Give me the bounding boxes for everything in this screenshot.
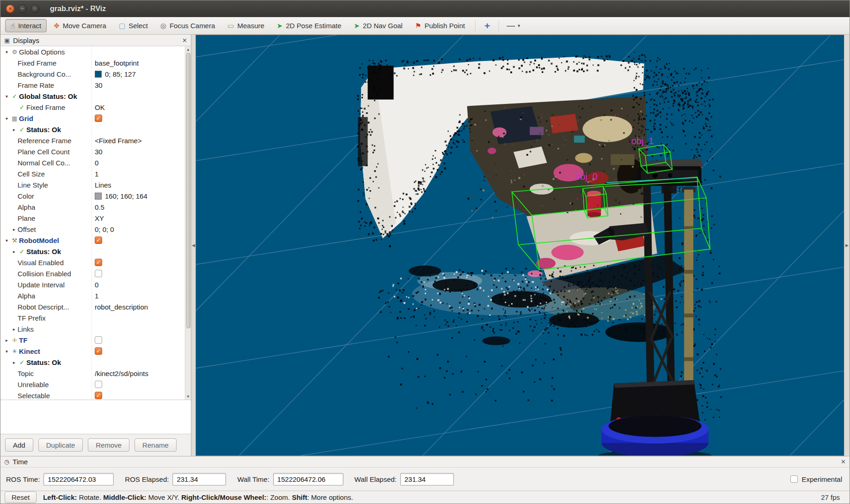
row-name: Cell Size [0, 170, 92, 178]
remove-tool-button[interactable]: —▼ [504, 21, 524, 30]
tree-row[interactable]: ▸Links [0, 323, 185, 334]
tree-row[interactable]: ▾✓Global Status: Ok [0, 91, 185, 102]
rename-button[interactable]: Rename [135, 438, 177, 452]
title-bar[interactable]: ✕ − ▫ grab.rviz* - RViz [0, 0, 850, 17]
displays-panel-header[interactable]: ▣ Displays ✕ [0, 35, 191, 46]
tree-row[interactable]: Fixed Framebase_footprint [0, 57, 185, 68]
checkbox[interactable] [95, 270, 102, 277]
ros-time-input[interactable] [43, 473, 114, 486]
tree-row[interactable]: ▸✓Status: Ok [0, 357, 185, 368]
checkbox[interactable] [95, 381, 102, 388]
tree-row[interactable]: TF Prefix [0, 312, 185, 323]
checkbox[interactable]: ✓ [95, 392, 102, 399]
expander-closed-icon[interactable]: ▸ [11, 360, 18, 365]
tree-row[interactable]: ▸✓Status: Ok [0, 246, 185, 257]
duplicate-button[interactable]: Duplicate [38, 438, 83, 452]
tree-row[interactable]: Line StyleLines [0, 179, 185, 190]
expander-closed-icon[interactable]: ▸ [11, 327, 18, 332]
expander-open-icon[interactable]: ▾ [3, 238, 10, 243]
panel-splitter[interactable]: ◀ [191, 35, 196, 456]
add-button[interactable]: Add [5, 438, 33, 452]
tree-row[interactable]: Selectable✓ [0, 390, 185, 400]
tool-select[interactable]: ▢Select [113, 19, 153, 32]
wall-elapsed-input[interactable] [400, 473, 454, 486]
checkbox[interactable] [95, 336, 102, 344]
tool-2d-pose-estimate[interactable]: ➤2D Pose Estimate [271, 19, 347, 32]
row-value: 30 [92, 146, 185, 157]
minimize-window-button[interactable]: − [18, 5, 27, 13]
time-panel-header[interactable]: ◷ Time ✕ [0, 456, 850, 468]
tree-row[interactable]: Frame Rate30 [0, 79, 185, 91]
tree-row[interactable]: ▸✓Status: Ok [0, 124, 185, 135]
check-icon: ✓ [10, 93, 19, 99]
expander-open-icon[interactable]: ▾ [3, 349, 10, 354]
tree-row[interactable]: Plane Cell Count30 [0, 146, 185, 157]
tree-row[interactable]: Alpha0.5 [0, 201, 185, 213]
tree-row[interactable]: Topic/kinect2/sd/points [0, 368, 185, 379]
tree-scrollbar[interactable]: ▲ ▼ [185, 46, 191, 400]
tree-row[interactable]: Unreliable [0, 379, 185, 390]
row-value: 1 [92, 290, 185, 301]
3d-viewport-canvas[interactable]: obj_0 obj_1 [196, 35, 844, 455]
checkbox[interactable]: ✓ [95, 347, 102, 355]
tree-row[interactable]: Color160; 160; 164 [0, 190, 185, 201]
tool-move-camera[interactable]: ✥Move Camera [48, 19, 112, 32]
row-value: ✓ [92, 113, 185, 124]
remove-button[interactable]: Remove [88, 438, 129, 452]
displays-icon: ▣ [4, 37, 10, 44]
expander-open-icon[interactable]: ▾ [3, 116, 10, 121]
tree-row[interactable]: ▸✛TF [0, 334, 185, 346]
tree-row[interactable]: PlaneXY [0, 213, 185, 224]
row-name: ▸✓Status: Ok [0, 126, 92, 134]
tree-row[interactable]: Collision Enabled [0, 268, 185, 279]
checkbox[interactable]: ✓ [95, 237, 102, 244]
time-close-button[interactable]: ✕ [841, 458, 846, 465]
tree-row[interactable]: Background Co...0; 85; 127 [0, 68, 185, 79]
tree-row[interactable]: ▾⚒RobotModel✓ [0, 235, 185, 246]
expand-right-icon[interactable]: ▶ [845, 243, 849, 248]
tool-2d-nav-goal[interactable]: ➤2D Nav Goal [349, 19, 408, 32]
tree-row[interactable]: Cell Size1 [0, 168, 185, 179]
tool-focus-camera[interactable]: ◎Focus Camera [155, 19, 220, 32]
experimental-checkbox[interactable] [790, 475, 798, 483]
tree-row[interactable]: ▾▦Grid✓ [0, 113, 185, 124]
row-name: ✓Fixed Frame [0, 103, 92, 111]
tree-row[interactable]: Robot Descript...robot_description [0, 301, 185, 312]
row-name: Background Co... [0, 70, 92, 78]
wall-time-input[interactable] [273, 473, 343, 486]
expander-closed-icon[interactable]: ▸ [11, 227, 18, 232]
tree-row[interactable]: Alpha1 [0, 290, 185, 301]
close-window-button[interactable]: ✕ [6, 5, 14, 13]
tree-row[interactable]: ▾✳Kinect✓ [0, 346, 185, 357]
tree-row[interactable]: ▾⚙Global Options [0, 46, 185, 57]
tool-measure[interactable]: ▭Measure [222, 19, 270, 32]
expander-closed-icon[interactable]: ▸ [11, 127, 18, 132]
scroll-down-icon[interactable]: ▼ [186, 393, 190, 400]
add-tool-button[interactable]: + [480, 20, 494, 31]
expander-open-icon[interactable]: ▾ [3, 49, 10, 55]
reset-button[interactable]: Reset [5, 492, 37, 503]
collapse-left-icon[interactable]: ◀ [192, 243, 195, 248]
experimental-toggle[interactable]: Experimental [790, 475, 842, 483]
checkbox[interactable]: ✓ [95, 115, 102, 122]
tree-row[interactable]: Visual Enabled✓ [0, 257, 185, 268]
tool-publish-point[interactable]: ⚑Publish Point [410, 19, 471, 32]
ros-elapsed-input[interactable] [172, 473, 226, 486]
row-value: 0.5 [92, 201, 185, 213]
expander-open-icon[interactable]: ▾ [3, 94, 10, 99]
tool-interact[interactable]: ☝Interact [5, 19, 47, 32]
tree-row[interactable]: ✓Fixed FrameOK [0, 102, 185, 113]
displays-close-button[interactable]: ✕ [182, 37, 187, 44]
scroll-up-icon[interactable]: ▲ [186, 46, 190, 53]
tree-row[interactable]: ▸Offset0; 0; 0 [0, 224, 185, 235]
expander-closed-icon[interactable]: ▸ [11, 249, 18, 254]
scrollbar-thumb[interactable] [186, 53, 190, 328]
tree-row[interactable]: Update Interval0 [0, 279, 185, 290]
right-dock-strip[interactable]: ▶ [844, 35, 850, 456]
checkbox[interactable]: ✓ [95, 259, 102, 266]
maximize-window-button[interactable]: ▫ [31, 5, 39, 13]
3d-viewport[interactable]: obj_0 obj_1 [196, 35, 844, 456]
tree-row[interactable]: Normal Cell Co...0 [0, 157, 185, 168]
expander-closed-icon[interactable]: ▸ [3, 338, 10, 343]
tree-row[interactable]: Reference Frame<Fixed Frame> [0, 135, 185, 146]
